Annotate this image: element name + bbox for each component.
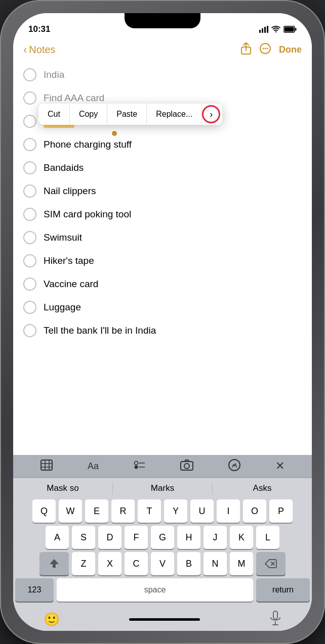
list-item[interactable]: Tell the bank I'll be in India: [13, 319, 312, 342]
key-l[interactable]: L: [256, 526, 279, 549]
table-icon[interactable]: [40, 459, 53, 473]
key-a[interactable]: A: [46, 526, 69, 549]
format-icon[interactable]: Aa: [88, 461, 99, 472]
screen: 10:31: [13, 13, 312, 631]
key-w[interactable]: W: [59, 499, 82, 523]
key-x[interactable]: X: [98, 552, 121, 575]
key-g[interactable]: G: [151, 526, 174, 549]
checkbox[interactable]: [23, 254, 36, 267]
mic-icon[interactable]: [269, 611, 281, 628]
item-text: Swimsuit: [44, 232, 82, 243]
done-button[interactable]: Done: [279, 44, 302, 55]
markup-icon[interactable]: [228, 459, 240, 473]
camera-icon[interactable]: [180, 459, 193, 473]
wifi-icon: [271, 26, 280, 33]
keyboard-area: Aa: [13, 455, 312, 631]
key-k[interactable]: K: [230, 526, 253, 549]
phone-inner: 10:31: [13, 13, 312, 631]
more-icon[interactable]: [260, 43, 271, 57]
checkbox[interactable]: [23, 161, 36, 174]
cut-button[interactable]: Cut: [38, 104, 70, 125]
keyboard: Q W E R T Y U I O P A S: [13, 496, 312, 607]
shift-key[interactable]: [39, 552, 69, 575]
checkbox[interactable]: [23, 231, 36, 244]
svg-point-22: [184, 464, 189, 469]
key-e[interactable]: E: [85, 499, 108, 523]
item-text: Hiker's tape: [44, 255, 94, 266]
list-item[interactable]: Nail clippers: [13, 179, 312, 203]
home-indicator: [129, 618, 200, 621]
copy-button[interactable]: Copy: [70, 104, 107, 125]
nav-back-button[interactable]: ‹ Notes: [23, 43, 56, 57]
item-text: Vaccine card: [44, 279, 98, 290]
key-j[interactable]: J: [204, 526, 227, 549]
list-item[interactable]: Vaccine card: [13, 272, 312, 296]
key-y[interactable]: Y: [164, 499, 187, 523]
autocorrect-item-2[interactable]: Marks: [113, 482, 213, 494]
list-item[interactable]: India: [13, 63, 312, 86]
list-item[interactable]: SIM card poking tool: [13, 203, 312, 226]
status-bar: 10:31: [13, 13, 312, 38]
replace-button[interactable]: Replace...: [147, 104, 202, 125]
key-t[interactable]: T: [138, 499, 161, 523]
autocorrect-bar: Mask so Marks Asks: [13, 478, 312, 496]
checkbox[interactable]: [23, 301, 36, 314]
key-f[interactable]: F: [125, 526, 148, 549]
list-item[interactable]: Phone charging stuff: [13, 133, 312, 156]
share-icon[interactable]: [240, 42, 252, 57]
checkbox[interactable]: [23, 278, 36, 291]
checkbox[interactable]: [23, 91, 36, 105]
checkbox[interactable]: [23, 68, 36, 81]
key-c[interactable]: C: [125, 552, 148, 575]
close-keyboard-icon[interactable]: ✕: [275, 459, 285, 473]
selection-handle-right: [112, 131, 117, 136]
item-text: Nail clippers: [44, 186, 96, 197]
space-key[interactable]: space: [57, 578, 253, 602]
item-text: Luggage: [44, 302, 81, 313]
key-row-1: Q W E R T Y U I O P: [15, 499, 310, 523]
key-h[interactable]: H: [177, 526, 200, 549]
checkbox[interactable]: [23, 185, 36, 198]
key-n[interactable]: N: [204, 552, 227, 575]
context-menu-arrow[interactable]: ›: [202, 105, 220, 123]
key-i[interactable]: I: [217, 499, 240, 523]
list-item[interactable]: Bandaids: [13, 156, 312, 179]
key-o[interactable]: O: [243, 499, 266, 523]
signal-icon: [259, 26, 268, 33]
autocorrect-item-1[interactable]: Mask so: [13, 482, 113, 494]
emoji-icon[interactable]: 🙂: [44, 612, 60, 627]
content-area: Cut Copy Paste Replace... › India: [13, 61, 312, 455]
svg-point-10: [265, 48, 266, 50]
numbers-key[interactable]: 123: [15, 578, 54, 602]
key-v[interactable]: V: [151, 552, 174, 575]
item-text: Find AAA card: [44, 93, 104, 104]
key-m[interactable]: M: [230, 552, 253, 575]
list-item[interactable]: Swimsuit: [13, 226, 312, 249]
checkbox[interactable]: [23, 115, 36, 128]
key-s[interactable]: S: [72, 526, 95, 549]
svg-rect-5: [295, 28, 297, 31]
notch: [125, 13, 200, 28]
list-item[interactable]: Luggage: [13, 296, 312, 319]
item-text: Bandaids: [44, 162, 84, 173]
key-u[interactable]: U: [190, 499, 214, 523]
bottom-icons-bar: 🙂: [13, 607, 312, 631]
key-q[interactable]: Q: [32, 499, 56, 523]
key-r[interactable]: R: [111, 499, 135, 523]
return-key[interactable]: return: [256, 578, 310, 602]
key-p[interactable]: P: [269, 499, 293, 523]
key-b[interactable]: B: [177, 552, 200, 575]
checkbox[interactable]: [23, 324, 36, 337]
phone-frame: 10:31: [0, 0, 325, 644]
paste-button[interactable]: Paste: [107, 104, 147, 125]
svg-rect-26: [273, 611, 277, 619]
autocorrect-item-3[interactable]: Asks: [213, 482, 312, 494]
checklist-icon[interactable]: [134, 459, 146, 473]
key-d[interactable]: D: [98, 526, 121, 549]
checkbox[interactable]: [23, 208, 36, 221]
list-item[interactable]: Hiker's tape: [13, 249, 312, 272]
nav-bar: ‹ Notes: [13, 38, 312, 61]
key-z[interactable]: Z: [72, 552, 95, 575]
delete-key[interactable]: [256, 552, 286, 575]
checkbox[interactable]: [23, 138, 36, 151]
